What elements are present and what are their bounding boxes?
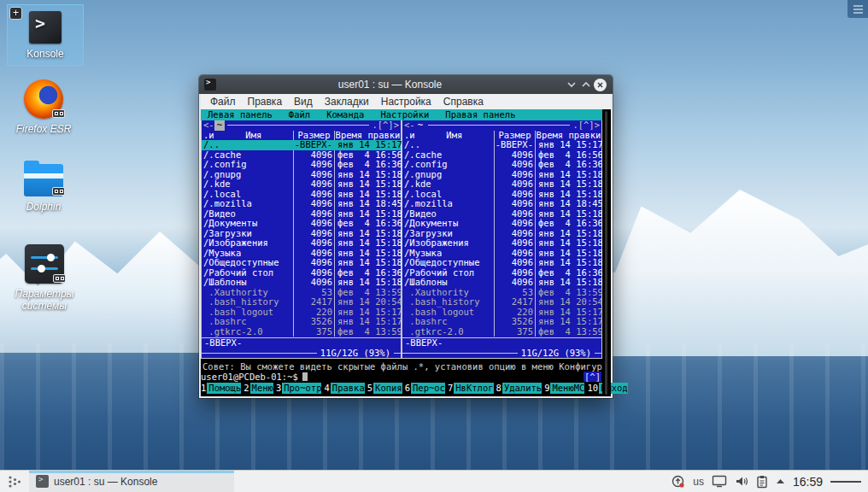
menu-file[interactable]: Файл [204,96,242,108]
file-size: 4096 [293,238,334,249]
fkey-button[interactable]: 4 Правка [324,383,364,394]
table-row[interactable]: .gtkrc-2.0 375 фев 4 13:59 [202,327,401,337]
panel-path-bar[interactable]: <- ~ .[^]> [402,120,601,131]
table-row[interactable]: /Документы 4096 фев 4 16:36 [202,219,401,229]
menu-view[interactable]: Вид [288,96,319,108]
maximize-button[interactable] [578,78,593,92]
file-name: /Общедоступные [202,258,293,268]
minimize-button[interactable] [564,78,578,92]
mc-menu-left-panel[interactable]: Левая панель [208,110,273,120]
history-arrows[interactable]: <- [404,120,415,131]
file-mtime: фев 4 16:36 [535,160,601,170]
keyboard-layout-indicator[interactable]: us [693,476,704,488]
file-mtime: фев 4 16:36 [334,160,401,170]
fkey-button[interactable]: 2 Меню [243,383,273,394]
fkey-button[interactable]: 3 Про~отр [276,383,322,394]
fkey-button[interactable]: 1 Помощь [201,383,241,394]
table-row[interactable]: /.kde 4096 янв 14 15:18 [402,179,601,190]
terminal-area[interactable]: Левая панель Файл Команда Настройки Прав… [199,109,613,398]
desktop-icon-firefox[interactable]: Firefox ESR [5,79,82,135]
file-mtime: янв 14 15:18 [334,258,401,268]
fkey-button[interactable]: 6 Пер~ос [405,383,445,394]
table-row[interactable]: /.config 4096 фев 4 16:36 [202,160,401,170]
fkey-button[interactable]: 7 НвКтлог [448,383,494,394]
fkey-label: МенюМС [550,383,584,394]
file-size: 4096 [293,160,334,170]
table-row[interactable]: .bash_history 2417 янв 14 20:54 [402,297,601,308]
panel-corner-marker[interactable]: .[^]> [372,120,399,131]
table-row[interactable]: /.mozilla 4096 янв 14 18:45 [202,199,401,209]
tray-expander-icon[interactable] [776,478,785,484]
mc-menu-right-panel[interactable]: Правая панель [445,110,515,120]
menu-edit[interactable]: Правка [242,96,289,108]
link-emblem-icon [52,187,65,196]
display-icon[interactable] [712,475,727,488]
file-name: /Музыка [202,249,293,259]
table-row[interactable]: /.config 4096 фев 4 16:36 [402,160,601,170]
menu-bookmarks[interactable]: Закладки [319,96,375,108]
disk-usage: 11G/12G (93%) [518,348,595,359]
panel-corner-marker[interactable]: .[^]> [572,120,600,131]
scrollbar-thumb[interactable] [605,111,607,395]
mc-menu-options[interactable]: Настройки [380,110,429,120]
table-row[interactable]: /.. -ВВЕРХ- янв 14 15:17 [202,140,401,150]
scroll-up-badge[interactable]: [^] [584,372,601,382]
table-row[interactable]: .gtkrc-2.0 375 фев 4 13:59 [402,327,601,337]
current-path: ~ [214,120,225,131]
file-mtime: янв 14 18:45 [334,199,401,209]
table-row[interactable]: /.. -ВВЕРХ- янв 14 15:17 [402,140,601,150]
close-button[interactable] [593,78,607,92]
mc-menu-command[interactable]: Команда [326,110,364,120]
header-name[interactable]: Имя [214,131,293,141]
file-name: /.config [202,160,293,170]
file-mtime: янв 14 15:18 [334,238,401,249]
table-row[interactable]: /Шаблоны 4096 янв 14 15:18 [202,278,401,288]
table-row[interactable]: /Изображения 4096 янв 14 15:18 [402,238,601,249]
clock[interactable]: 16:59 [793,475,823,489]
function-key-bar: 1 Помощь 2 Меню 3 Про~отр 4 Правка 5 Коп… [201,383,602,394]
panel-path-bar[interactable]: <- ~ .[^]> [202,120,401,131]
table-row[interactable]: /Общедоступные 4096 янв 14 15:18 [202,258,401,268]
table-row[interactable]: /Документы 4096 фев 4 16:36 [402,219,601,229]
window-titlebar[interactable]: user01 : su — Konsole [199,75,613,94]
desktop-icon-konsole[interactable]: + Konsole [7,4,84,66]
menu-help[interactable]: Справка [437,96,490,108]
table-row[interactable]: .bashrc 3526 янв 14 15:17 [202,317,401,327]
file-size: 4096 [494,238,535,249]
table-row[interactable]: /.mozilla 4096 янв 14 18:45 [402,199,601,209]
history-arrows[interactable]: <- [203,120,214,131]
volume-icon[interactable] [735,475,748,488]
file-mtime: янв 14 15:17 [334,317,401,327]
app-launcher-button[interactable] [0,471,29,492]
fkey-label: Пер~ос [411,383,445,394]
clipboard-icon[interactable] [756,475,768,489]
table-row[interactable]: /Изображения 4096 янв 14 15:18 [202,238,401,249]
terminal-scrollbar[interactable] [602,109,611,396]
desktop-icon-label: Konsole [26,48,63,60]
file-name: /.mozilla [202,199,293,209]
menu-settings[interactable]: Настройка [375,96,437,108]
file-mtime: янв 14 15:18 [535,258,601,268]
sliders-icon [25,244,64,284]
taskbar-task-konsole[interactable]: user01 : su — Konsole [29,471,234,492]
table-row[interactable]: /.kde 4096 янв 14 15:18 [202,179,401,190]
mc-menu-file[interactable]: Файл [289,110,310,120]
mini-status: -ВВЕРХ- [202,338,401,348]
fkey-button[interactable]: 9 МенюМС [544,383,584,394]
desktop-icon-dolphin[interactable]: Dolphin [5,164,82,213]
table-row[interactable]: /Шаблоны 4096 янв 14 15:18 [402,278,601,288]
header-name[interactable]: Имя [415,131,494,141]
panel-settings-icon[interactable] [830,479,861,484]
desktop-icon-system-settings[interactable]: Параметры системы [5,244,84,312]
table-row[interactable]: .bash_history 2417 янв 14 20:54 [202,297,401,308]
desktop-toolbox-button[interactable] [847,0,868,18]
sort-indicator[interactable]: .и [404,131,415,141]
updates-icon[interactable] [671,474,685,489]
table-row[interactable]: /Общедоступные 4096 янв 14 15:18 [402,258,601,268]
shell-prompt-line[interactable]: user01@PCDeb-01:~$ [^] [201,372,602,382]
fkey-button[interactable]: 5 Копия [367,383,402,394]
sort-indicator[interactable]: .и [203,131,214,141]
table-row[interactable]: .bashrc 3526 янв 14 15:17 [402,317,601,327]
fkey-button[interactable]: 8 Удалить [496,383,542,394]
link-emblem-icon [53,274,66,283]
